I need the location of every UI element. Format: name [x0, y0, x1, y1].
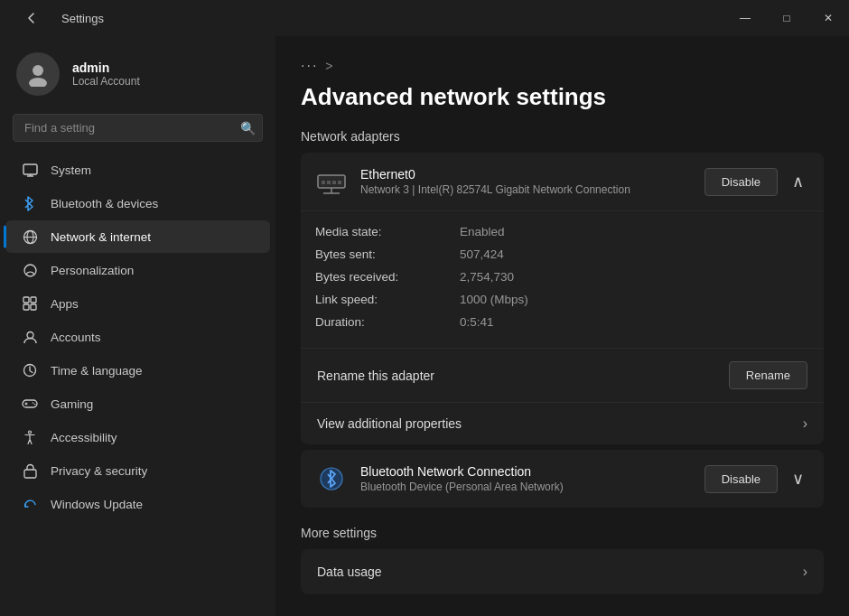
bluetooth-adapter-icon: [315, 462, 348, 495]
bluetooth-icon: [22, 195, 38, 211]
bluetooth-disable-button[interactable]: Disable: [704, 465, 778, 493]
ethernet-stats-panel: Media state: Enabled Bytes sent: 507,424…: [301, 210, 824, 348]
svg-point-1: [29, 78, 47, 87]
breadcrumb-dots[interactable]: ···: [301, 58, 318, 74]
sidebar-item-network[interactable]: Network & internet: [5, 220, 270, 253]
accounts-icon: [22, 329, 38, 345]
stat-label-received: Bytes received:: [315, 270, 460, 284]
breadcrumb: ··· >: [301, 58, 824, 74]
sidebar: admin Local Account 🔍 System: [0, 36, 275, 616]
stat-row-media: Media state: Enabled: [315, 220, 809, 243]
view-properties-row[interactable]: View additional properties ›: [301, 402, 824, 444]
app-body: admin Local Account 🔍 System: [0, 36, 849, 616]
view-properties-chevron: ›: [803, 415, 807, 432]
ethernet-adapter-desc: Network 3 | Intel(R) 82574L Gigabit Netw…: [360, 183, 692, 196]
stat-value-duration: 0:5:41: [460, 315, 494, 329]
svg-point-17: [33, 402, 34, 404]
ethernet-disable-button[interactable]: Disable: [704, 168, 778, 196]
privacy-icon: [22, 462, 38, 479]
rename-adapter-button[interactable]: Rename: [729, 361, 807, 389]
svg-rect-20: [24, 470, 36, 478]
sidebar-item-personalization-label: Personalization: [51, 264, 134, 277]
search-input[interactable]: [13, 114, 263, 142]
search-box: 🔍: [13, 114, 263, 142]
bluetooth-adapter-card: Bluetooth Network Connection Bluetooth D…: [301, 450, 824, 508]
sidebar-item-accounts[interactable]: Accounts: [5, 321, 270, 353]
view-properties-label: View additional properties: [317, 416, 803, 431]
ethernet-adapter-info: Ethernet0 Network 3 | Intel(R) 82574L Gi…: [360, 167, 692, 196]
svg-rect-8: [23, 297, 29, 303]
minimize-button[interactable]: —: [724, 0, 766, 36]
time-icon: [22, 362, 38, 378]
sidebar-item-privacy[interactable]: Privacy & security: [5, 454, 270, 487]
stat-row-speed: Link speed: 1000 (Mbps): [315, 288, 809, 311]
data-usage-chevron: ›: [803, 564, 807, 580]
svg-rect-25: [338, 181, 341, 184]
titlebar: Settings — □ ✕: [0, 0, 849, 36]
user-name: admin: [72, 61, 140, 75]
sidebar-item-bluetooth[interactable]: Bluetooth & devices: [5, 187, 270, 219]
data-usage-label: Data usage: [317, 565, 803, 579]
stat-label-sent: Bytes sent:: [315, 247, 460, 261]
breadcrumb-arrow: >: [325, 59, 332, 73]
svg-rect-24: [332, 181, 336, 184]
ethernet-adapter-name: Ethernet0: [360, 167, 692, 182]
ethernet-collapse-button[interactable]: ∧: [787, 168, 809, 195]
sidebar-item-bluetooth-label: Bluetooth & devices: [51, 197, 158, 210]
ethernet-icon: [315, 165, 348, 198]
close-button[interactable]: ✕: [807, 0, 849, 36]
system-icon: [22, 162, 38, 178]
ethernet-adapter-header[interactable]: Ethernet0 Network 3 | Intel(R) 82574L Gi…: [301, 153, 824, 210]
sidebar-item-accessibility-label: Accessibility: [51, 431, 117, 444]
svg-rect-23: [327, 181, 331, 184]
stat-label-duration: Duration:: [315, 315, 460, 329]
sidebar-item-network-label: Network & internet: [51, 230, 151, 244]
bluetooth-expand-button[interactable]: ∨: [787, 465, 809, 492]
sidebar-item-update-label: Windows Update: [51, 498, 143, 511]
bluetooth-adapter-info: Bluetooth Network Connection Bluetooth D…: [360, 464, 692, 493]
sidebar-item-time[interactable]: Time & language: [5, 354, 270, 387]
user-section[interactable]: admin Local Account: [0, 36, 275, 110]
sidebar-item-system-label: System: [51, 163, 91, 177]
stat-row-received: Bytes received: 2,754,730: [315, 266, 809, 288]
ethernet-adapter-card: Ethernet0 Network 3 | Intel(R) 82574L Gi…: [301, 153, 824, 444]
maximize-button[interactable]: □: [766, 0, 807, 36]
svg-point-18: [34, 404, 36, 406]
sidebar-item-accessibility[interactable]: Accessibility: [5, 421, 270, 453]
svg-rect-9: [31, 297, 36, 303]
svg-point-0: [33, 65, 43, 76]
ethernet-adapter-actions: Disable ∧: [704, 168, 809, 196]
page-title: Advanced network settings: [301, 83, 824, 111]
sidebar-item-update[interactable]: Windows Update: [5, 488, 270, 520]
accessibility-icon: [22, 429, 38, 445]
sidebar-item-gaming[interactable]: Gaming: [5, 387, 270, 420]
stat-value-sent: 507,424: [460, 247, 504, 261]
stat-value-speed: 1000 (Mbps): [460, 293, 528, 306]
sidebar-item-personalization[interactable]: Personalization: [5, 254, 270, 286]
gaming-icon: [22, 396, 38, 412]
svg-rect-22: [322, 181, 325, 184]
stat-label-media: Media state:: [315, 225, 460, 238]
svg-point-12: [27, 331, 33, 338]
section-network-adapters: Network adapters: [301, 129, 824, 144]
update-icon: [22, 496, 38, 512]
network-icon: [22, 229, 38, 245]
personalization-icon: [22, 262, 38, 278]
bluetooth-adapter-desc: Bluetooth Device (Personal Area Network): [360, 481, 692, 493]
window-controls: — □ ✕: [724, 0, 849, 36]
back-button[interactable]: [11, 0, 52, 36]
stat-row-sent: Bytes sent: 507,424: [315, 243, 809, 266]
data-usage-row[interactable]: Data usage ›: [301, 549, 824, 594]
more-settings-title: More settings: [301, 526, 824, 540]
stat-label-speed: Link speed:: [315, 293, 460, 306]
svg-rect-11: [31, 304, 36, 310]
rename-adapter-label: Rename this adapter: [317, 369, 729, 383]
user-info: admin Local Account: [72, 61, 140, 88]
sidebar-item-system[interactable]: System: [5, 154, 270, 186]
sidebar-item-apps[interactable]: Apps: [5, 287, 270, 320]
bluetooth-adapter-header[interactable]: Bluetooth Network Connection Bluetooth D…: [301, 450, 824, 508]
search-icon[interactable]: 🔍: [240, 121, 256, 135]
user-type: Local Account: [72, 75, 140, 88]
rename-adapter-row[interactable]: Rename this adapter Rename: [301, 348, 824, 402]
svg-point-19: [29, 431, 32, 434]
